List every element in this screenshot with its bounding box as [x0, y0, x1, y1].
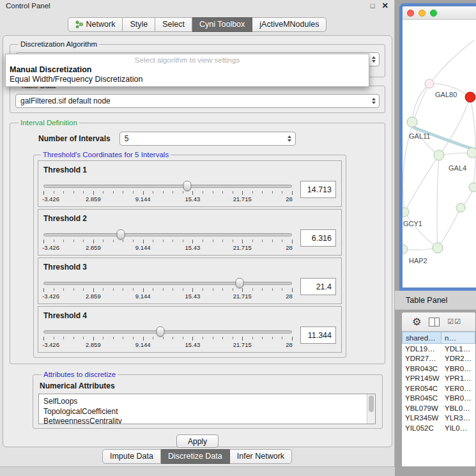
control-panel-titlebar: Control Panel □ ✕ [0, 0, 394, 12]
tick-label: -3.426 [42, 196, 59, 203]
table-row[interactable]: YBR043CYBR0… [402, 364, 475, 374]
network-edge[interactable] [437, 155, 439, 248]
close-icon[interactable]: ✕ [382, 2, 388, 10]
float-window-icon[interactable]: □ [371, 3, 375, 10]
threshold-value-field[interactable]: 21.4 [300, 278, 336, 295]
interval-group-title: Interval Definition [19, 119, 79, 127]
table-row[interactable]: YIL052CYIL0… [402, 423, 475, 433]
threshold-row: -3.4262.8599.14415.4321.7152814.713 [43, 180, 336, 204]
table-row[interactable]: YDL19…YDL1… [402, 344, 475, 354]
threshold-value-field[interactable]: 11.344 [300, 326, 336, 344]
zoom-traffic-light-icon[interactable] [430, 10, 437, 17]
threshold-box: Threshold 2-3.4262.8599.14415.4321.71528… [38, 209, 342, 256]
node-label: GAL4 [449, 164, 466, 172]
cell-shared-name: YDL19… [402, 345, 441, 353]
tab-label: Network [86, 20, 116, 29]
threshold-slider[interactable]: -3.4262.8599.14415.4321.71528 [43, 180, 292, 204]
network-icon [75, 20, 83, 28]
network-edge[interactable] [470, 97, 476, 187]
slider-track [43, 330, 292, 334]
cell-name: YPR1… [441, 374, 475, 382]
popup-option[interactable]: Equal Width/Frequency Discretization [6, 75, 369, 84]
attributes-group-title: Attributes to discretize [42, 371, 118, 378]
slider-handle[interactable] [236, 278, 244, 288]
num-intervals-select[interactable]: 5 [119, 132, 296, 146]
threshold-value-field[interactable]: 14.713 [300, 181, 336, 198]
table-row[interactable]: YPR145WYPR1… [402, 374, 475, 384]
threshold-label: Threshold 3 [43, 263, 336, 272]
threshold-label: Threshold 2 [43, 214, 336, 223]
network-node-selected[interactable] [465, 92, 475, 102]
tick-label: 15.43 [185, 293, 201, 300]
numerical-attributes-label: Numerical Attributes [40, 381, 377, 390]
column-header[interactable]: n… [441, 332, 475, 344]
network-node[interactable] [407, 117, 417, 127]
minimize-traffic-light-icon[interactable] [418, 10, 426, 17]
table-row[interactable]: YER054CYER0… [402, 383, 475, 394]
tick-label: 15.43 [185, 244, 201, 251]
list-item[interactable]: TopologicalCoefficient [39, 407, 375, 417]
popup-placeholder-option[interactable]: Select algorithm to view settings [6, 54, 369, 65]
tab-network[interactable]: Network [68, 17, 123, 32]
tab-select[interactable]: Select [155, 17, 192, 32]
select-columns-icon[interactable]: ☑☑ [447, 318, 461, 326]
list-scrollbar[interactable] [367, 394, 375, 424]
stepper-icon [368, 53, 379, 66]
threshold-box: Threshold 1-3.4262.8599.14415.4321.71528… [38, 160, 342, 207]
network-node[interactable] [433, 243, 443, 253]
tab-impute-data[interactable]: Impute Data [102, 449, 161, 464]
tab-jactivemnodules[interactable]: jActiveMNodules [252, 17, 326, 32]
column-header[interactable]: shared… [402, 332, 441, 344]
network-canvas[interactable]: GAL80GAL11GAL4GCY1HAP2 [403, 20, 476, 288]
tab-style[interactable]: Style [123, 17, 155, 32]
table-row[interactable]: YBL079WYBL0… [402, 403, 475, 413]
slider-tick-labels: -3.4262.8599.14415.4321.71528 [43, 196, 292, 203]
threshold-value-field[interactable]: 6.316 [300, 229, 336, 247]
threshold-slider[interactable]: -3.4262.8599.14415.4321.71528 [43, 326, 292, 350]
table-row[interactable]: YDR27…YDR2… [402, 354, 475, 364]
slider-handle[interactable] [116, 229, 125, 240]
slider-ticks [43, 191, 292, 195]
network-edge[interactable] [404, 155, 439, 212]
table-row[interactable]: YBR045CYBR0… [402, 394, 475, 404]
list-item[interactable]: BetweennessCentrality [39, 417, 375, 424]
popup-option[interactable]: Manual Discretization [6, 65, 369, 75]
table-row[interactable]: YLR345WYLR3… [402, 413, 475, 424]
network-node[interactable] [403, 245, 408, 254]
slider-handle[interactable] [156, 326, 164, 337]
gear-icon[interactable]: ⚙ [412, 317, 421, 327]
slider-handle[interactable] [183, 181, 191, 191]
thresholds-group: Threshold's Coordinates for 5 Intervals … [33, 151, 346, 358]
tab-cyni-toolbox[interactable]: Cyni Toolbox [192, 17, 252, 32]
network-node[interactable] [469, 183, 476, 192]
threshold-slider[interactable]: -3.4262.8599.14415.4321.71528 [43, 229, 292, 253]
network-node[interactable] [434, 150, 444, 160]
num-intervals-row: Number of Intervals 5 [38, 132, 380, 146]
tab-infer-network[interactable]: Infer Network [230, 449, 292, 464]
network-edge[interactable] [404, 212, 438, 248]
close-traffic-light-icon[interactable] [407, 10, 414, 17]
network-edge[interactable] [438, 208, 461, 248]
network-node[interactable] [403, 208, 409, 217]
tab-discretize-data[interactable]: Discretize Data [161, 449, 230, 464]
slider-track [43, 185, 292, 188]
columns-icon[interactable] [429, 318, 440, 326]
tick-label: 21.715 [233, 293, 252, 300]
network-node[interactable] [456, 203, 465, 212]
network-edge[interactable] [429, 40, 474, 84]
cell-shared-name: YBL079W [402, 404, 441, 412]
slider-ticks [43, 240, 292, 243]
network-node[interactable] [425, 79, 434, 88]
threshold-slider[interactable]: -3.4262.8599.14415.4321.71528 [43, 277, 292, 302]
slider-ticks [43, 337, 292, 341]
network-node[interactable] [467, 148, 476, 158]
cell-name: YLR3… [441, 414, 475, 422]
table-data-select[interactable]: galFiltered.sif default node [15, 94, 380, 108]
list-item[interactable]: SelfLoops [39, 397, 375, 407]
apply-button[interactable]: Apply [176, 434, 219, 448]
cell-shared-name: YIL052C [402, 424, 441, 432]
panel-title: Control Panel [6, 2, 50, 10]
scrollbar-thumb[interactable] [369, 395, 374, 412]
cell-name: YBR0… [441, 365, 475, 372]
threshold-label: Threshold 1 [43, 165, 336, 174]
